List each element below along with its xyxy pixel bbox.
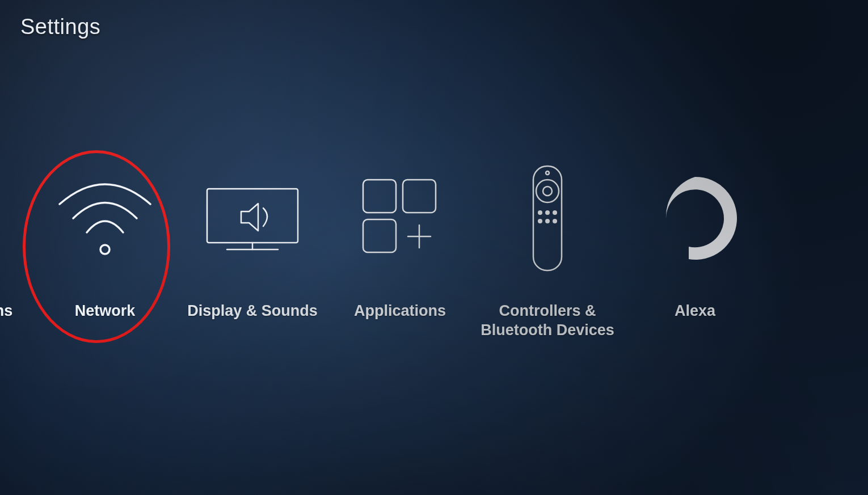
svg-point-15 <box>538 219 542 223</box>
svg-point-17 <box>553 219 557 223</box>
svg-point-10 <box>536 180 559 202</box>
svg-point-13 <box>545 210 550 215</box>
settings-item-display-sounds[interactable]: Display & Sounds <box>179 170 326 321</box>
apps-grid-icon <box>346 170 454 266</box>
settings-item-label: Display & Sounds <box>187 302 318 321</box>
settings-item-network[interactable]: Network <box>31 170 179 321</box>
settings-item-label: Controllers & Bluetooth Devices <box>481 302 614 340</box>
svg-point-12 <box>538 210 542 215</box>
settings-item-alexa[interactable]: Alexa <box>621 170 769 321</box>
remote-icon <box>511 170 584 266</box>
svg-rect-5 <box>403 180 436 213</box>
settings-item-label: Network <box>75 302 136 321</box>
settings-item-controllers[interactable]: Controllers & Bluetooth Devices <box>474 170 621 340</box>
svg-rect-1 <box>207 189 298 243</box>
svg-point-14 <box>553 210 557 215</box>
settings-item-notifications[interactable]: tions <box>0 170 31 321</box>
settings-row: tions Network Display & Sound <box>0 170 868 340</box>
settings-item-label: tions <box>0 302 12 321</box>
svg-rect-4 <box>363 180 396 213</box>
page-title: Settings <box>20 15 100 39</box>
svg-point-0 <box>100 245 109 254</box>
wifi-icon <box>48 170 162 266</box>
svg-point-11 <box>543 187 552 196</box>
svg-point-16 <box>545 219 550 223</box>
alexa-icon <box>647 170 743 266</box>
tv-speaker-icon <box>193 170 312 266</box>
settings-item-label: Applications <box>354 302 446 321</box>
svg-rect-9 <box>533 166 562 270</box>
settings-item-label: Alexa <box>675 302 715 321</box>
settings-item-applications[interactable]: Applications <box>326 170 474 321</box>
svg-rect-6 <box>363 219 396 252</box>
svg-point-18 <box>546 171 549 175</box>
